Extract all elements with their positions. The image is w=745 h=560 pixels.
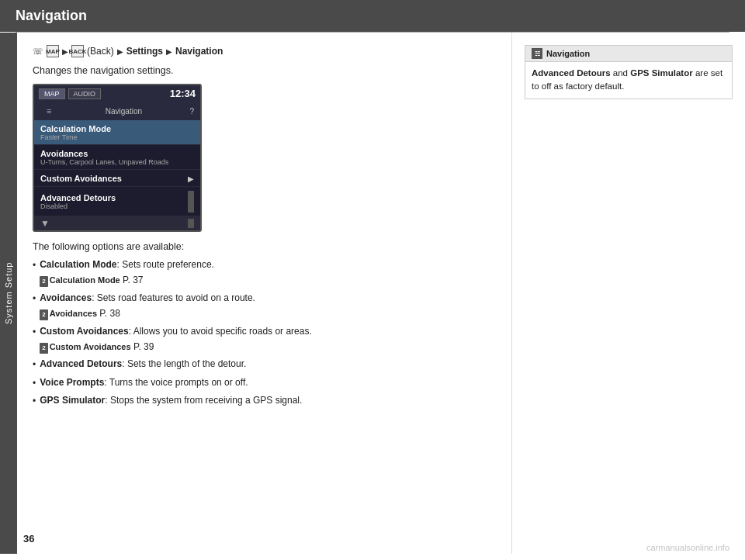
- ref-link-2: Avoidances: [50, 309, 97, 318]
- list-item-calculation: • Calculation Mode: Sets route preferenc…: [33, 257, 496, 289]
- list-item-gps-simulator: • GPS Simulator: Stops the system from r…: [33, 392, 496, 409]
- screen-nav-title: Navigation: [106, 107, 142, 116]
- bullet-text-4: Advanced Detours: Sets the length of the…: [40, 356, 246, 372]
- ref-icon-3: 2: [40, 343, 47, 354]
- list-item-advanced-detours: • Advanced Detours: Sets the length of t…: [33, 356, 496, 372]
- following-options-text: The following options are available:: [33, 241, 496, 252]
- bullet-text-3: Custom Avoidances: Allows you to avoid s…: [40, 323, 312, 355]
- screen-menu-item-custom[interactable]: Custom Avoidances ▶: [34, 170, 200, 187]
- sidebar: System Setup: [0, 33, 17, 554]
- breadcrumb-settings: Settings: [126, 46, 163, 57]
- note-header: ☵ Navigation: [525, 46, 732, 62]
- screen-tabs: MAP AUDIO: [39, 88, 101, 99]
- sidebar-label: System Setup: [4, 262, 13, 324]
- screen-time: 12:34: [170, 88, 196, 99]
- screen-menu-icon: ≡: [40, 104, 57, 118]
- screen-menu-list: Calculation Mode Faster Time Avoidances …: [34, 120, 200, 216]
- header-bar: Navigation: [0, 0, 745, 32]
- menu-item-sub-4: Disabled: [40, 202, 116, 210]
- page-number: 36: [23, 533, 34, 544]
- page-title: Navigation: [16, 8, 87, 24]
- screen-nav-header: ≡ Navigation ?: [34, 102, 200, 120]
- menu-item-arrow-3: ▶: [188, 175, 194, 183]
- bullet-dot-5: •: [33, 375, 36, 391]
- menu-item-sub-2: U-Turns, Carpool Lanes, Unpaved Roads: [40, 158, 194, 166]
- screen-topbar: MAP AUDIO 12:34: [34, 85, 200, 102]
- list-item-voice-prompts: • Voice Prompts: Turns the voice prompts…: [33, 375, 496, 391]
- note-bold2: GPS Simulator: [630, 68, 693, 78]
- note-box: ☵ Navigation Advanced Detours and GPS Si…: [525, 45, 733, 99]
- menu-item-title-4: Advanced Detours: [40, 193, 116, 202]
- bullet-text-2: Avoidances: Sets road features to avoid …: [40, 290, 255, 322]
- main-content: ☏ MAP ▶ BACK (Back) ▶ Settings ▶ Navigat…: [17, 33, 512, 554]
- menu-item-title-2: Avoidances: [40, 149, 194, 158]
- bullet-text-1: Calculation Mode: Sets route preference.…: [40, 257, 214, 289]
- bullet-dot-3: •: [33, 324, 36, 340]
- watermark: carmanualsonline.info: [646, 543, 729, 552]
- breadcrumb-back-text: (Back): [87, 46, 114, 57]
- breadcrumb: ☏ MAP ▶ BACK (Back) ▶ Settings ▶ Navigat…: [33, 45, 496, 57]
- screen-audio-tab[interactable]: AUDIO: [68, 88, 102, 99]
- bullet-list: • Calculation Mode: Sets route preferenc…: [33, 257, 496, 410]
- bullet-dot-4: •: [33, 357, 36, 372]
- breadcrumb-back-icon: BACK: [71, 45, 84, 57]
- list-item-avoidances: • Avoidances: Sets road features to avoi…: [33, 290, 496, 322]
- breadcrumb-arrow2: ▶: [117, 47, 123, 56]
- breadcrumb-navigation: Navigation: [175, 46, 223, 57]
- note-icon: ☵: [532, 48, 542, 59]
- note-header-text: Navigation: [546, 49, 590, 58]
- screen-body: ≡ Navigation ? Calculation Mode Faster T…: [34, 102, 200, 230]
- page-container: System Setup ☏ MAP ▶ BACK (Back) ▶ Setti…: [0, 33, 745, 554]
- note-body: Advanced Detours and GPS Simulator are s…: [525, 62, 732, 99]
- menu-item-title-3: Custom Avoidances: [40, 174, 122, 183]
- subtitle: Changes the navigation settings.: [33, 65, 496, 76]
- bullet-text-6: GPS Simulator: Stops the system from rec…: [40, 392, 302, 408]
- scroll-down-arrow: ▼: [40, 218, 50, 229]
- screen-menu-item-calculation[interactable]: Calculation Mode Faster Time: [34, 120, 200, 145]
- breadcrumb-arrow1: ▶: [62, 47, 68, 56]
- screen-help-icon: ?: [189, 107, 194, 116]
- ref-icon-2: 2: [40, 309, 47, 320]
- ref-link-1: Calculation Mode: [50, 275, 120, 285]
- note-text1: and: [611, 68, 631, 78]
- bullet-dot-6: •: [33, 393, 36, 409]
- breadcrumb-phone-icon: ☏: [33, 47, 43, 57]
- breadcrumb-arrow3: ▶: [166, 47, 172, 56]
- ref-link-3: Custom Avoidances: [50, 342, 131, 351]
- menu-item-sub-1: Faster Time: [40, 133, 194, 141]
- ref-icon-1: 2: [40, 276, 47, 287]
- right-panel: ☵ Navigation Advanced Detours and GPS Si…: [512, 33, 745, 554]
- note-bold1: Advanced Detours: [532, 68, 611, 78]
- menu-item-title-1: Calculation Mode: [40, 124, 194, 133]
- screen-menu-item-detours[interactable]: Advanced Detours Disabled: [34, 187, 200, 216]
- screen-scroll-down[interactable]: ▼: [34, 216, 200, 230]
- bullet-dot-2: •: [33, 291, 36, 306]
- list-item-custom-avoidances: • Custom Avoidances: Allows you to avoid…: [33, 323, 496, 355]
- bullet-text-5: Voice Prompts: Turns the voice prompts o…: [40, 375, 248, 390]
- screen-mockup: MAP AUDIO 12:34 ≡ Navigation ? Calculati…: [33, 84, 202, 232]
- bullet-dot-1: •: [33, 258, 36, 273]
- screen-map-tab[interactable]: MAP: [39, 88, 65, 99]
- screen-menu-item-avoidances[interactable]: Avoidances U-Turns, Carpool Lanes, Unpav…: [34, 145, 200, 170]
- breadcrumb-map-icon: MAP: [47, 45, 59, 57]
